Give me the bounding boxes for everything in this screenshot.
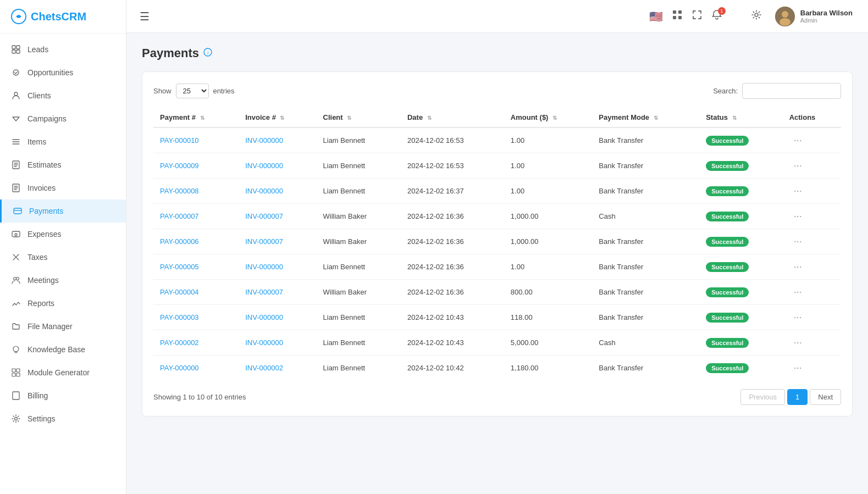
- apps-icon[interactable]: [672, 9, 683, 23]
- payment-link[interactable]: PAY-000000: [160, 364, 199, 372]
- cell-amount: 118.00: [504, 305, 593, 330]
- payment-link[interactable]: PAY-000005: [160, 263, 199, 271]
- cell-payment-mode: Bank Transfer: [592, 179, 699, 204]
- table-controls: Show 25 10 50 100 entries Search:: [153, 83, 841, 99]
- settings-icon[interactable]: [751, 9, 762, 23]
- status-badge: Successful: [706, 212, 749, 221]
- payment-link[interactable]: PAY-000002: [160, 338, 199, 347]
- cell-status: Successful: [699, 179, 782, 204]
- invoice-link[interactable]: INV-000007: [245, 237, 283, 246]
- sidebar-item-billing[interactable]: Billing: [0, 384, 126, 407]
- cell-date: 2024-12-02 10:43: [401, 330, 504, 356]
- cell-actions: ···: [783, 229, 841, 254]
- svg-rect-17: [16, 373, 20, 376]
- sidebar-item-reports[interactable]: Reports: [0, 292, 126, 315]
- invoice-link[interactable]: INV-000000: [245, 263, 283, 271]
- invoice-link[interactable]: INV-000007: [245, 288, 283, 296]
- action-menu-button[interactable]: ···: [789, 285, 806, 298]
- page-1-button[interactable]: 1: [787, 389, 808, 405]
- dark-mode-icon[interactable]: [731, 9, 742, 23]
- cell-invoice-num: INV-000002: [239, 356, 316, 381]
- status-badge: Successful: [706, 136, 749, 146]
- invoice-link[interactable]: INV-000000: [245, 313, 283, 321]
- sidebar-item-file-manager[interactable]: File Manager: [0, 315, 126, 338]
- sidebar-item-opportunities[interactable]: Opportunities: [0, 61, 126, 84]
- action-menu-button[interactable]: ···: [789, 159, 806, 172]
- sidebar-item-meetings[interactable]: Meetings: [0, 269, 126, 292]
- sidebar-item-clients[interactable]: Clients: [0, 84, 126, 107]
- campaigns-icon: [11, 114, 21, 124]
- cell-invoice-num: INV-000000: [239, 330, 316, 356]
- svg-rect-3: [12, 50, 15, 53]
- hamburger-button[interactable]: ☰: [137, 8, 152, 25]
- col-amount[interactable]: Amount ($) ⇅: [504, 108, 593, 127]
- sidebar-item-knowledge-base[interactable]: Knowledge Base: [0, 338, 126, 361]
- col-payment-num[interactable]: Payment # ⇅: [153, 108, 239, 127]
- col-status[interactable]: Status ⇅: [699, 108, 782, 127]
- payment-link[interactable]: PAY-000007: [160, 212, 199, 220]
- cell-payment-num: PAY-000000: [153, 356, 239, 381]
- sidebar-item-invoices[interactable]: Invoices: [0, 176, 126, 199]
- entries-select[interactable]: 25 10 50 100: [176, 84, 209, 98]
- sidebar-item-settings[interactable]: Settings: [0, 407, 126, 430]
- cell-client: Liam Bennett: [317, 254, 401, 280]
- action-menu-button[interactable]: ···: [789, 184, 806, 197]
- search-input[interactable]: [742, 83, 841, 99]
- cell-client: William Baker: [317, 280, 401, 305]
- sidebar-item-leads[interactable]: Leads: [0, 38, 126, 61]
- payment-link[interactable]: PAY-000003: [160, 313, 199, 321]
- cell-client: Liam Bennett: [317, 330, 401, 356]
- sidebar-item-taxes[interactable]: Taxes: [0, 246, 126, 269]
- cell-client: Liam Bennett: [317, 356, 401, 381]
- invoice-link[interactable]: INV-000002: [245, 364, 283, 372]
- payment-link[interactable]: PAY-000009: [160, 162, 199, 170]
- cell-amount: 5,000.00: [504, 330, 593, 356]
- col-date[interactable]: Date ⇅: [401, 108, 504, 127]
- payments-icon: [13, 206, 23, 216]
- user-name: Barbara Wilson: [800, 9, 853, 17]
- status-badge: Successful: [706, 186, 749, 196]
- previous-button[interactable]: Previous: [740, 389, 785, 405]
- invoice-link[interactable]: INV-000000: [245, 136, 283, 145]
- sidebar-item-expenses[interactable]: Expenses: [0, 223, 126, 246]
- invoice-link[interactable]: INV-000007: [245, 212, 283, 220]
- next-button[interactable]: Next: [810, 389, 841, 405]
- col-client[interactable]: Client ⇅: [317, 108, 401, 127]
- payment-link[interactable]: PAY-000004: [160, 288, 199, 296]
- sidebar-item-module-generator[interactable]: Module Generator: [0, 361, 126, 384]
- cell-payment-num: PAY-000005: [153, 254, 239, 280]
- cell-date: 2024-12-02 16:53: [401, 127, 504, 153]
- sidebar-item-label: Reports: [27, 299, 54, 308]
- notifications-icon[interactable]: 1: [711, 9, 722, 23]
- col-invoice-num[interactable]: Invoice # ⇅: [239, 108, 316, 127]
- table-row: PAY-000002 INV-000000 Liam Bennett 2024-…: [153, 330, 841, 356]
- svg-rect-16: [12, 373, 15, 376]
- table-row: PAY-000010 INV-000000 Liam Bennett 2024-…: [153, 127, 841, 153]
- action-menu-button[interactable]: ···: [789, 361, 806, 374]
- info-icon[interactable]: i: [203, 48, 212, 59]
- payment-link[interactable]: PAY-000008: [160, 187, 199, 195]
- payment-link[interactable]: PAY-000006: [160, 237, 199, 246]
- action-menu-button[interactable]: ···: [789, 134, 806, 147]
- col-payment-mode[interactable]: Payment Mode ⇅: [592, 108, 699, 127]
- action-menu-button[interactable]: ···: [789, 336, 806, 349]
- action-menu-button[interactable]: ···: [789, 235, 806, 248]
- action-menu-button[interactable]: ···: [789, 310, 806, 324]
- cell-payment-num: PAY-000010: [153, 127, 239, 153]
- invoice-link[interactable]: INV-000000: [245, 162, 283, 170]
- sidebar-logo: ChetsCRM: [0, 0, 126, 34]
- action-menu-button[interactable]: ···: [789, 209, 806, 223]
- sidebar-item-items[interactable]: Items: [0, 130, 126, 153]
- language-flag[interactable]: 🇺🇸: [649, 10, 663, 23]
- payment-link[interactable]: PAY-000010: [160, 136, 199, 145]
- sidebar-item-payments[interactable]: Payments: [0, 199, 126, 223]
- cell-client: Liam Bennett: [317, 153, 401, 179]
- user-menu[interactable]: Barbara Wilson Admin: [771, 4, 857, 29]
- invoice-link[interactable]: INV-000000: [245, 338, 283, 347]
- sidebar-item-campaigns[interactable]: Campaigns: [0, 107, 126, 130]
- invoice-link[interactable]: INV-000000: [245, 187, 283, 195]
- cell-amount: 1.00: [504, 153, 593, 179]
- fullscreen-icon[interactable]: [692, 9, 703, 23]
- sidebar-item-estimates[interactable]: Estimates: [0, 153, 126, 176]
- action-menu-button[interactable]: ···: [789, 260, 806, 273]
